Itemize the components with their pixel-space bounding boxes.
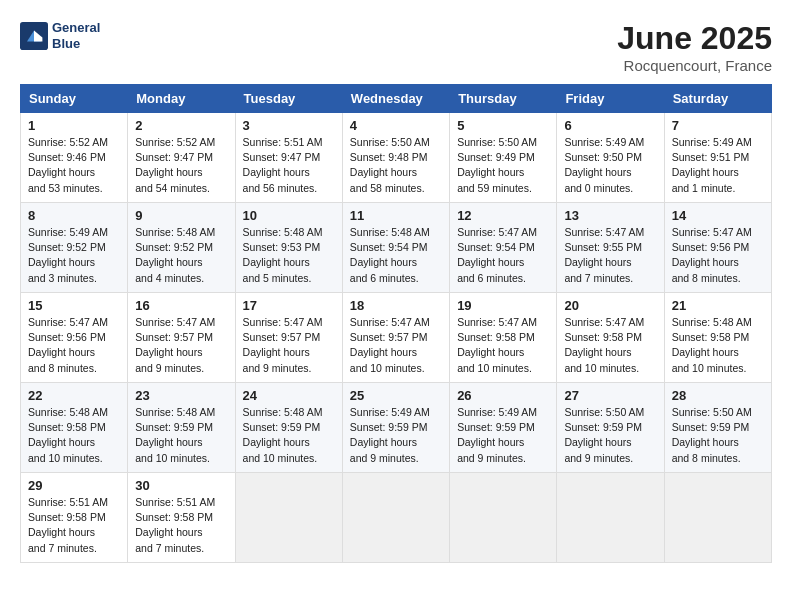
week-row-2: 8Sunrise: 5:49 AMSunset: 9:52 PMDaylight… [21, 203, 772, 293]
day-info-3: Sunrise: 5:51 AMSunset: 9:47 PMDaylight … [243, 135, 335, 196]
day-6: 6Sunrise: 5:49 AMSunset: 9:50 PMDaylight… [557, 113, 664, 203]
day-number-29: 29 [28, 478, 120, 493]
day-info-1: Sunrise: 5:52 AMSunset: 9:46 PMDaylight … [28, 135, 120, 196]
day-info-17: Sunrise: 5:47 AMSunset: 9:57 PMDaylight … [243, 315, 335, 376]
logo-icon [20, 22, 48, 50]
day-24: 24Sunrise: 5:48 AMSunset: 9:59 PMDayligh… [235, 383, 342, 473]
day-info-24: Sunrise: 5:48 AMSunset: 9:59 PMDaylight … [243, 405, 335, 466]
day-number-7: 7 [672, 118, 764, 133]
day-info-9: Sunrise: 5:48 AMSunset: 9:52 PMDaylight … [135, 225, 227, 286]
col-tuesday: Tuesday [235, 85, 342, 113]
day-number-5: 5 [457, 118, 549, 133]
day-number-27: 27 [564, 388, 656, 403]
day-23: 23Sunrise: 5:48 AMSunset: 9:59 PMDayligh… [128, 383, 235, 473]
day-number-10: 10 [243, 208, 335, 223]
day-18: 18Sunrise: 5:47 AMSunset: 9:57 PMDayligh… [342, 293, 449, 383]
day-number-30: 30 [135, 478, 227, 493]
day-29: 29Sunrise: 5:51 AMSunset: 9:58 PMDayligh… [21, 473, 128, 563]
day-info-15: Sunrise: 5:47 AMSunset: 9:56 PMDaylight … [28, 315, 120, 376]
day-number-8: 8 [28, 208, 120, 223]
day-info-19: Sunrise: 5:47 AMSunset: 9:58 PMDaylight … [457, 315, 549, 376]
day-30: 30Sunrise: 5:51 AMSunset: 9:58 PMDayligh… [128, 473, 235, 563]
day-info-30: Sunrise: 5:51 AMSunset: 9:58 PMDaylight … [135, 495, 227, 556]
day-number-20: 20 [564, 298, 656, 313]
day-info-27: Sunrise: 5:50 AMSunset: 9:59 PMDaylight … [564, 405, 656, 466]
day-info-14: Sunrise: 5:47 AMSunset: 9:56 PMDaylight … [672, 225, 764, 286]
day-7: 7Sunrise: 5:49 AMSunset: 9:51 PMDaylight… [664, 113, 771, 203]
day-info-28: Sunrise: 5:50 AMSunset: 9:59 PMDaylight … [672, 405, 764, 466]
week-row-3: 15Sunrise: 5:47 AMSunset: 9:56 PMDayligh… [21, 293, 772, 383]
day-number-22: 22 [28, 388, 120, 403]
week-row-4: 22Sunrise: 5:48 AMSunset: 9:58 PMDayligh… [21, 383, 772, 473]
day-20: 20Sunrise: 5:47 AMSunset: 9:58 PMDayligh… [557, 293, 664, 383]
day-26: 26Sunrise: 5:49 AMSunset: 9:59 PMDayligh… [450, 383, 557, 473]
day-17: 17Sunrise: 5:47 AMSunset: 9:57 PMDayligh… [235, 293, 342, 383]
day-info-11: Sunrise: 5:48 AMSunset: 9:54 PMDaylight … [350, 225, 442, 286]
logo-line2: Blue [52, 36, 100, 52]
day-8: 8Sunrise: 5:49 AMSunset: 9:52 PMDaylight… [21, 203, 128, 293]
day-13: 13Sunrise: 5:47 AMSunset: 9:55 PMDayligh… [557, 203, 664, 293]
logo-line1: General [52, 20, 100, 36]
week-row-1: 1Sunrise: 5:52 AMSunset: 9:46 PMDaylight… [21, 113, 772, 203]
empty-cell [450, 473, 557, 563]
day-number-16: 16 [135, 298, 227, 313]
day-number-9: 9 [135, 208, 227, 223]
main-title: June 2025 [617, 20, 772, 57]
day-number-14: 14 [672, 208, 764, 223]
col-saturday: Saturday [664, 85, 771, 113]
day-info-12: Sunrise: 5:47 AMSunset: 9:54 PMDaylight … [457, 225, 549, 286]
day-info-21: Sunrise: 5:48 AMSunset: 9:58 PMDaylight … [672, 315, 764, 376]
day-16: 16Sunrise: 5:47 AMSunset: 9:57 PMDayligh… [128, 293, 235, 383]
day-3: 3Sunrise: 5:51 AMSunset: 9:47 PMDaylight… [235, 113, 342, 203]
day-15: 15Sunrise: 5:47 AMSunset: 9:56 PMDayligh… [21, 293, 128, 383]
col-sunday: Sunday [21, 85, 128, 113]
day-number-28: 28 [672, 388, 764, 403]
day-info-4: Sunrise: 5:50 AMSunset: 9:48 PMDaylight … [350, 135, 442, 196]
week-row-5: 29Sunrise: 5:51 AMSunset: 9:58 PMDayligh… [21, 473, 772, 563]
day-1: 1Sunrise: 5:52 AMSunset: 9:46 PMDaylight… [21, 113, 128, 203]
day-22: 22Sunrise: 5:48 AMSunset: 9:58 PMDayligh… [21, 383, 128, 473]
day-info-6: Sunrise: 5:49 AMSunset: 9:50 PMDaylight … [564, 135, 656, 196]
day-info-22: Sunrise: 5:48 AMSunset: 9:58 PMDaylight … [28, 405, 120, 466]
day-info-20: Sunrise: 5:47 AMSunset: 9:58 PMDaylight … [564, 315, 656, 376]
logo-text: General Blue [52, 20, 100, 51]
day-2: 2Sunrise: 5:52 AMSunset: 9:47 PMDaylight… [128, 113, 235, 203]
col-wednesday: Wednesday [342, 85, 449, 113]
day-number-4: 4 [350, 118, 442, 133]
day-number-19: 19 [457, 298, 549, 313]
day-info-18: Sunrise: 5:47 AMSunset: 9:57 PMDaylight … [350, 315, 442, 376]
day-info-23: Sunrise: 5:48 AMSunset: 9:59 PMDaylight … [135, 405, 227, 466]
calendar-table: Sunday Monday Tuesday Wednesday Thursday… [20, 84, 772, 563]
day-number-6: 6 [564, 118, 656, 133]
header: General Blue June 2025 Rocquencourt, Fra… [20, 20, 772, 74]
day-number-2: 2 [135, 118, 227, 133]
col-thursday: Thursday [450, 85, 557, 113]
day-4: 4Sunrise: 5:50 AMSunset: 9:48 PMDaylight… [342, 113, 449, 203]
empty-cell [235, 473, 342, 563]
day-number-23: 23 [135, 388, 227, 403]
title-section: June 2025 Rocquencourt, France [617, 20, 772, 74]
col-friday: Friday [557, 85, 664, 113]
day-info-7: Sunrise: 5:49 AMSunset: 9:51 PMDaylight … [672, 135, 764, 196]
day-info-25: Sunrise: 5:49 AMSunset: 9:59 PMDaylight … [350, 405, 442, 466]
day-info-2: Sunrise: 5:52 AMSunset: 9:47 PMDaylight … [135, 135, 227, 196]
day-28: 28Sunrise: 5:50 AMSunset: 9:59 PMDayligh… [664, 383, 771, 473]
day-info-8: Sunrise: 5:49 AMSunset: 9:52 PMDaylight … [28, 225, 120, 286]
day-9: 9Sunrise: 5:48 AMSunset: 9:52 PMDaylight… [128, 203, 235, 293]
day-number-21: 21 [672, 298, 764, 313]
day-info-10: Sunrise: 5:48 AMSunset: 9:53 PMDaylight … [243, 225, 335, 286]
day-info-5: Sunrise: 5:50 AMSunset: 9:49 PMDaylight … [457, 135, 549, 196]
header-row: Sunday Monday Tuesday Wednesday Thursday… [21, 85, 772, 113]
day-number-13: 13 [564, 208, 656, 223]
day-number-3: 3 [243, 118, 335, 133]
col-monday: Monday [128, 85, 235, 113]
day-info-16: Sunrise: 5:47 AMSunset: 9:57 PMDaylight … [135, 315, 227, 376]
empty-cell [342, 473, 449, 563]
day-number-12: 12 [457, 208, 549, 223]
day-21: 21Sunrise: 5:48 AMSunset: 9:58 PMDayligh… [664, 293, 771, 383]
day-info-26: Sunrise: 5:49 AMSunset: 9:59 PMDaylight … [457, 405, 549, 466]
day-12: 12Sunrise: 5:47 AMSunset: 9:54 PMDayligh… [450, 203, 557, 293]
day-number-11: 11 [350, 208, 442, 223]
day-number-26: 26 [457, 388, 549, 403]
day-5: 5Sunrise: 5:50 AMSunset: 9:49 PMDaylight… [450, 113, 557, 203]
